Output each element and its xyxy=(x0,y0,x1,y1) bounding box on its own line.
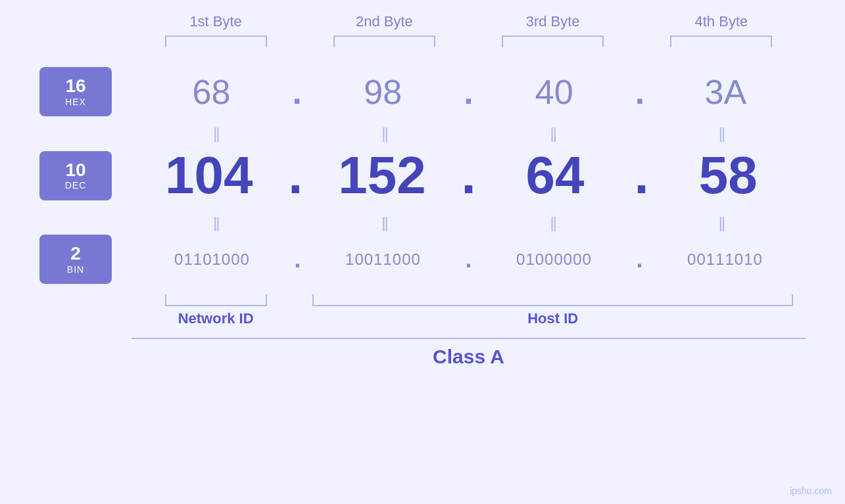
network-bracket-line xyxy=(165,294,267,306)
dec-byte-3: 64 xyxy=(489,145,621,206)
equals-2-1: || xyxy=(150,214,281,232)
dec-dot-1: . xyxy=(288,145,302,206)
bin-row: 2 BIN 01101000 . 10011000 . 01000000 . 0… xyxy=(39,235,806,284)
equals-2-3: || xyxy=(487,214,619,232)
byte-header-3: 3rd Byte xyxy=(487,13,619,30)
bracket-seg-1 xyxy=(132,35,300,47)
bottom-brackets: Network ID Host ID xyxy=(132,294,806,327)
bin-dot-2: . xyxy=(465,248,471,271)
bin-dot-3: . xyxy=(636,248,642,271)
top-bracket xyxy=(132,35,806,47)
bin-badge: 2 BIN xyxy=(39,235,112,284)
dec-badge-label: DEC xyxy=(65,180,87,191)
equals-1-2: || xyxy=(318,124,450,143)
hex-row: 16 HEX 68 . 98 . 40 . 3A xyxy=(39,67,806,116)
host-bracket-line xyxy=(312,294,792,306)
dec-dot-3: . xyxy=(635,145,649,206)
hex-byte-3: 40 xyxy=(489,72,620,112)
bin-badge-label: BIN xyxy=(67,264,84,275)
dec-badge-number: 10 xyxy=(65,160,85,181)
hex-dot-3: . xyxy=(635,75,644,109)
dec-badge: 10 DEC xyxy=(39,151,112,200)
class-label: Class A xyxy=(433,346,504,368)
bin-dot-1: . xyxy=(294,248,301,271)
bracket-line-2 xyxy=(333,35,435,47)
dec-values: 104 . 152 . 64 . 58 xyxy=(132,145,806,206)
host-id-bracket: Host ID xyxy=(300,294,806,327)
class-line xyxy=(132,338,806,339)
hex-dot-1: . xyxy=(293,75,302,109)
bracket-seg-2 xyxy=(300,35,468,47)
host-id-label: Host ID xyxy=(527,310,578,327)
bracket-seg-4 xyxy=(637,35,806,47)
dec-byte-1: 104 xyxy=(143,145,275,206)
byte-header-2: 2nd Byte xyxy=(318,13,450,30)
equals-1-3: || xyxy=(487,124,619,143)
class-footer: Class A xyxy=(132,338,806,368)
bin-values: 01101000 . 10011000 . 01000000 . 0011101… xyxy=(132,248,806,271)
bin-byte-4: 00111010 xyxy=(659,250,790,269)
byte-header-4: 4th Byte xyxy=(656,13,787,30)
bracket-line-4 xyxy=(670,35,772,47)
dec-byte-4: 58 xyxy=(662,145,794,206)
hex-byte-1: 68 xyxy=(146,72,278,112)
dec-byte-2: 152 xyxy=(316,145,448,206)
equals-2-4: || xyxy=(656,214,787,232)
equals-row-2: || || || || xyxy=(132,214,806,232)
bracket-line-3 xyxy=(502,35,604,47)
hex-badge: 16 HEX xyxy=(39,67,112,116)
watermark: ipshu.com xyxy=(790,486,832,496)
dec-dot-2: . xyxy=(461,145,475,206)
equals-1-1: || xyxy=(150,124,281,143)
byte-headers-row: 1st Byte 2nd Byte 3rd Byte 4th Byte xyxy=(39,13,806,30)
hex-byte-2: 98 xyxy=(317,72,448,112)
hex-values: 68 . 98 . 40 . 3A xyxy=(132,72,806,112)
equals-row-1: || || || || xyxy=(132,124,806,143)
hex-badge-number: 16 xyxy=(65,76,85,97)
hex-byte-4: 3A xyxy=(660,72,791,112)
bin-badge-number: 2 xyxy=(70,244,81,264)
hex-badge-label: HEX xyxy=(65,97,86,107)
bracket-line-1 xyxy=(165,35,267,47)
equals-2-2: || xyxy=(318,214,450,232)
network-id-bracket: Network ID xyxy=(132,294,300,327)
bin-byte-2: 10011000 xyxy=(317,250,448,269)
bin-byte-3: 01000000 xyxy=(488,250,619,269)
bin-byte-1: 01101000 xyxy=(146,250,278,269)
hex-dot-2: . xyxy=(464,75,473,109)
byte-header-1: 1st Byte xyxy=(150,13,281,30)
network-id-label: Network ID xyxy=(178,310,254,327)
main-container: 1st Byte 2nd Byte 3rd Byte 4th Byte 16 H… xyxy=(0,0,845,504)
dec-row: 10 DEC 104 . 152 . 64 . 58 xyxy=(39,145,806,206)
bracket-seg-3 xyxy=(469,35,637,47)
equals-1-4: || xyxy=(656,124,787,143)
